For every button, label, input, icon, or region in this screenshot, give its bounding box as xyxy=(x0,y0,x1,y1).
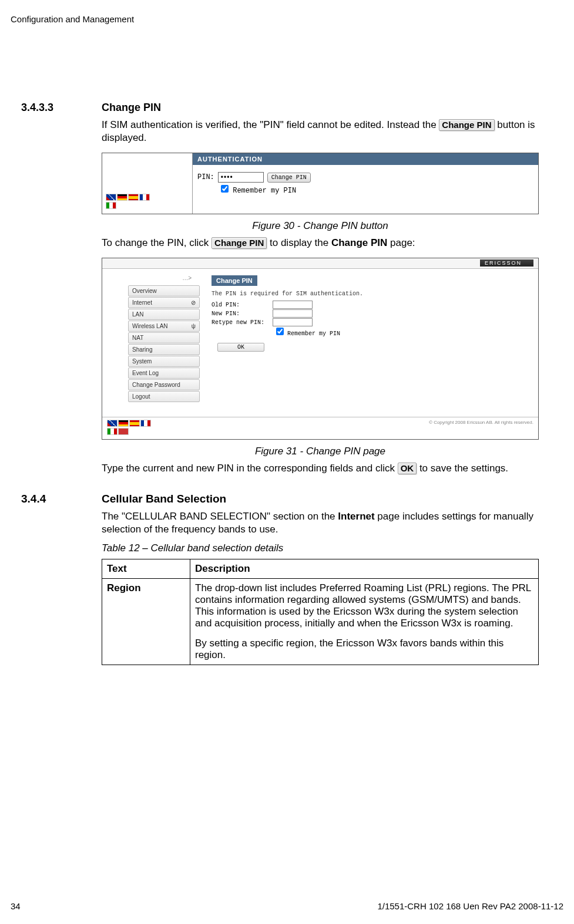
text-s1p2a: To change the PIN, click xyxy=(102,237,212,248)
auth-header-bar: AUTHENTICATION xyxy=(193,153,538,165)
text-s2p1a: The "CELLULAR BAND SELECTION" section on… xyxy=(102,511,338,522)
remember-pin-label: Remember my PIN xyxy=(233,187,296,195)
wifi-icon: ψ xyxy=(192,323,196,329)
flag-placeholder-icon xyxy=(118,428,129,435)
td-region: Region xyxy=(102,578,190,665)
flag-fr-icon-2 xyxy=(140,420,151,427)
paragraph-2: To change the PIN, click Change PIN to d… xyxy=(102,237,539,249)
doc-id-footer: 1/1551-CRH 102 168 Uen Rev PA2 2008-11-1… xyxy=(377,901,563,911)
nav-wlan-label: Wireless LAN xyxy=(132,323,168,329)
nav-chpass[interactable]: Change Password xyxy=(128,379,200,390)
td-region-desc-p2: By setting a specific region, the Ericss… xyxy=(195,638,533,661)
text-s1p2c: page: xyxy=(387,237,415,248)
nav-nat[interactable]: NAT xyxy=(128,332,200,343)
retype-pin-input[interactable] xyxy=(273,318,313,326)
fig31-sidebar: …> Overview Internet⊘ LAN Wireless LANψ … xyxy=(102,269,202,417)
nav-wlan[interactable]: Wireless LANψ xyxy=(128,321,200,332)
change-pin-page-title: Change PIN xyxy=(212,275,257,286)
remember-pin-label-2: Remember my PIN xyxy=(287,331,340,337)
remember-pin-checkbox[interactable] xyxy=(221,185,229,193)
ok-button[interactable]: OK xyxy=(217,343,264,352)
page-number: 34 xyxy=(11,901,21,911)
nav-sharing-label: Sharing xyxy=(132,346,152,353)
flag-fr-icon xyxy=(139,194,150,201)
flag-es-icon-2 xyxy=(129,420,140,427)
change-pin-button[interactable]: Change PIN xyxy=(267,173,311,183)
nav-eventlog[interactable]: Event Log xyxy=(128,367,200,379)
flag-it-icon xyxy=(106,202,116,209)
figure-31: ERICSSON …> Overview Internet⊘ LAN Wirel… xyxy=(102,258,539,440)
text-s1p2b: to display the xyxy=(267,237,331,248)
nav-internet-label: Internet xyxy=(132,299,152,306)
section-title-cellular: Cellular Band Selection xyxy=(102,493,539,505)
figure-30-caption: Figure 30 - Change PIN button xyxy=(102,220,539,232)
nav-logout[interactable]: Logout xyxy=(128,391,200,402)
flag-uk-icon xyxy=(106,194,116,201)
nav-internet[interactable]: Internet⊘ xyxy=(128,297,200,308)
flag-it-icon-2 xyxy=(107,428,118,435)
table-12: Text Description Region The drop-down li… xyxy=(102,559,539,665)
nav-nat-label: NAT xyxy=(132,335,143,341)
section-number-2: 3.4.4 xyxy=(21,493,46,505)
text-s1p3a: Type the current and new PIN in the corr… xyxy=(102,463,398,474)
paragraph-3: Type the current and new PIN in the corr… xyxy=(102,462,539,475)
text-s1p2strong: Change PIN xyxy=(331,237,387,248)
nav-eventlog-label: Event Log xyxy=(132,370,159,376)
text-s1p1a: If SIM authentication is verified, the "… xyxy=(102,119,439,130)
nav-lan[interactable]: LAN xyxy=(128,309,200,320)
ok-button-ref: OK xyxy=(398,463,417,474)
nav-overview[interactable]: Overview xyxy=(128,285,200,296)
section-number-1: 3.4.3.3 xyxy=(21,102,53,114)
th-desc: Description xyxy=(190,559,539,578)
nav-logout-label: Logout xyxy=(132,393,150,400)
flag-uk-icon-2 xyxy=(107,420,118,427)
old-pin-input[interactable] xyxy=(273,301,313,309)
nav-lan-label: LAN xyxy=(132,311,143,318)
ericsson-brand-label: ERICSSON xyxy=(480,259,533,267)
nav-overview-label: Overview xyxy=(132,288,157,294)
change-pin-button-ref-2: Change PIN xyxy=(212,237,267,249)
page-header: Configuration and Management xyxy=(11,14,539,24)
flag-de-icon xyxy=(117,194,127,201)
table-12-caption: Table 12 – Cellular band selection detai… xyxy=(102,542,539,554)
change-pin-desc: The PIN is required for SIM authenticati… xyxy=(212,291,529,297)
table-header-row: Text Description xyxy=(102,559,539,578)
pin-input[interactable]: •••• xyxy=(218,172,264,183)
th-text: Text xyxy=(102,559,190,578)
old-pin-label: Old PIN: xyxy=(212,302,273,308)
paragraph-s2-1: The "CELLULAR BAND SELECTION" section on… xyxy=(102,510,539,536)
nav-chpass-label: Change Password xyxy=(132,382,180,388)
fig30-left-panel xyxy=(102,153,193,214)
retype-pin-label: Retype new PIN: xyxy=(212,319,273,326)
td-region-desc: The drop-down list includes Preferred Ro… xyxy=(190,578,539,665)
globe-icon: ⊘ xyxy=(191,299,196,306)
flag-de-icon-2 xyxy=(118,420,129,427)
flag-es-icon xyxy=(128,194,139,201)
td-region-desc-p1: The drop-down list includes Preferred Ro… xyxy=(195,582,533,629)
figure-31-caption: Figure 31 - Change PIN page xyxy=(102,446,539,457)
table-row: Region The drop-down list includes Prefe… xyxy=(102,578,539,665)
text-s2p1strong: Internet xyxy=(338,511,374,522)
nav-sharing[interactable]: Sharing xyxy=(128,344,200,355)
remember-pin-checkbox-2[interactable] xyxy=(276,328,284,335)
change-pin-button-ref-1: Change PIN xyxy=(439,119,494,131)
paragraph-1: If SIM authentication is verified, the "… xyxy=(102,119,539,144)
new-pin-label: New PIN: xyxy=(212,311,273,317)
copyright-text: © Copyright 2008 Ericsson AB. All rights… xyxy=(429,420,533,425)
section-title-change-pin: Change PIN xyxy=(102,102,539,114)
nav-system-label: System xyxy=(132,358,152,365)
new-pin-input[interactable] xyxy=(273,309,313,318)
figure-30: AUTHENTICATION PIN: •••• Change PIN Reme… xyxy=(102,153,539,214)
text-s1p3b: to save the settings. xyxy=(417,463,508,474)
pin-label: PIN: xyxy=(197,173,214,181)
fig31-topbar: ERICSSON xyxy=(102,258,538,269)
nav-system[interactable]: System xyxy=(128,356,200,367)
breadcrumb-icon: …> xyxy=(182,275,192,281)
